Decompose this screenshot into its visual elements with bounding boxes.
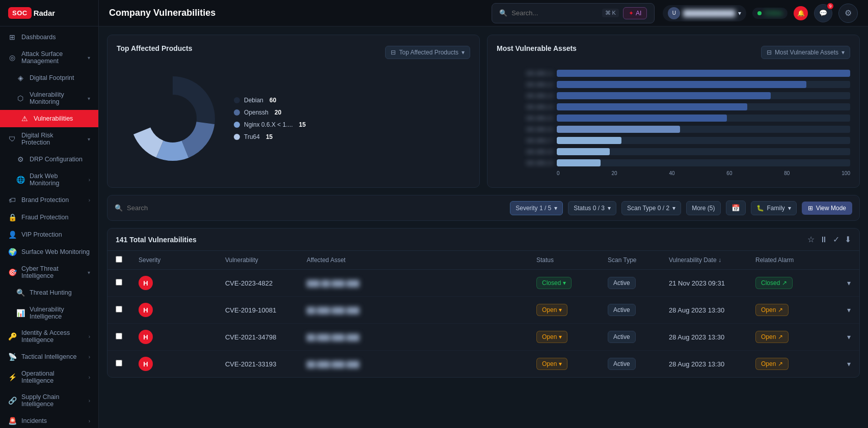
sidebar-item-drp-config[interactable]: ⚙ DRP Configuration (0, 151, 98, 168)
scan-type-active-1: Active (608, 277, 636, 289)
status-filter-btn[interactable]: Status 0 / 3 ▾ (568, 201, 616, 215)
row-4-checkbox-cell[interactable] (107, 351, 130, 378)
calendar-filter-btn[interactable]: 📅 (726, 201, 746, 215)
cve-link-1[interactable]: CVE-2023-4822 (225, 279, 273, 287)
status-pill-open-4[interactable]: Open ▾ (536, 358, 567, 370)
row-1-cve[interactable]: CVE-2023-4822 (217, 270, 299, 297)
settings-button[interactable]: ⚙ (838, 4, 858, 23)
sidebar-item-supply-chain[interactable]: 🔗 Supply Chain Intelligence › (0, 389, 98, 412)
online-status-dot (757, 11, 762, 15)
bar-track-9 (557, 159, 850, 166)
expand-btn-4[interactable]: ▾ (847, 360, 851, 368)
check-icon[interactable]: ✓ (833, 235, 839, 244)
more-filters-btn[interactable]: More (5) (686, 201, 720, 215)
status-pill-closed-1[interactable]: Closed ▾ (536, 277, 572, 289)
sidebar-label-vuln-monitoring: Vulnerability Monitoring (30, 91, 83, 105)
bar-fill-7 (557, 137, 621, 144)
sidebar-item-fraud-protection[interactable]: 🔒 Fraud Protection (0, 209, 98, 226)
bar-label-3: 192.168.1.3 (497, 93, 553, 99)
alarm-pill-closed-1[interactable]: Closed ↗ (755, 277, 793, 289)
search-input[interactable] (511, 9, 598, 17)
sidebar-item-operational[interactable]: ⚡ Operational Intelligence › (0, 365, 98, 389)
scan-type-active-4: Active (608, 358, 636, 370)
sidebar-item-tactical[interactable]: 📡 Tactical Intelligence › (0, 348, 98, 365)
search-bar[interactable]: 🔍 ⌘ K ✦ AI (492, 3, 655, 23)
pause-icon[interactable]: ⏸ (820, 235, 828, 244)
incidents-icon: 🚨 (8, 417, 16, 425)
row-4-scan-type: Active (600, 351, 661, 378)
export-icon[interactable]: ☆ (807, 235, 815, 244)
alarm-pill-open-3[interactable]: Open ↗ (755, 331, 789, 343)
sidebar-item-vuln-intel[interactable]: 📊 Vulnerability Intelligence (0, 301, 98, 325)
sidebar-item-attack-surface[interactable]: ◎ Attack Surface Management ▾ (0, 46, 98, 69)
bar-label-8: 192.168.1.8 (497, 149, 553, 155)
severity-col-header: Severity (130, 251, 217, 270)
row-3-cve[interactable]: CVE-2021-34798 (217, 324, 299, 351)
status-pill-open-3[interactable]: Open ▾ (536, 331, 567, 343)
row-4-checkbox[interactable] (116, 360, 122, 366)
select-all-header[interactable] (107, 251, 130, 270)
row-1-expand[interactable]: ▾ (839, 270, 859, 297)
sidebar-item-incidents[interactable]: 🚨 Incidents › (0, 412, 98, 428)
sidebar-item-surface-web[interactable]: 🌍 Surface Web Monitoring (0, 243, 98, 261)
most-vulnerable-filter-btn[interactable]: ⊟ Most Vulnerable Assets ▾ (761, 46, 850, 59)
row-3-checkbox[interactable] (116, 333, 122, 339)
view-mode-btn[interactable]: ⊞ View Mode (802, 202, 852, 215)
sidebar-item-dashboards[interactable]: ⊞ Dashboards (0, 28, 98, 46)
bar-label-6: 192.168.1.6 (497, 127, 553, 132)
row-4-cve[interactable]: CVE-2021-33193 (217, 351, 299, 378)
bar-label-1: 192.168.1.1 (497, 71, 553, 76)
alarm-pill-open-2[interactable]: Open ↗ (755, 304, 789, 316)
severity-filter-btn[interactable]: Severity 1 / 5 ▾ (510, 201, 563, 215)
cve-link-3[interactable]: CVE-2021-34798 (225, 333, 276, 341)
legend-label-openssh: Openssh (244, 109, 268, 116)
expand-btn-3[interactable]: ▾ (847, 333, 851, 341)
row-1-checkbox[interactable] (116, 279, 122, 286)
user-menu[interactable]: U ████████████ ▾ (663, 5, 746, 21)
row-2-expand[interactable]: ▾ (839, 297, 859, 324)
notification-button[interactable]: 🔔 (794, 6, 808, 20)
sidebar-item-iam[interactable]: 🔑 Identity & Access Intelligence › (0, 325, 98, 348)
table-row: H CVE-2021-34798 ██.███.███.███ Open ▾ A (107, 324, 859, 351)
sidebar-item-dark-web[interactable]: 🌐 Dark Web Monitoring › (0, 168, 98, 191)
top-affected-filter-btn[interactable]: ⊟ Top Affected Products ▾ (385, 46, 470, 59)
scan-type-filter-btn[interactable]: Scan Type 0 / 2 ▾ (621, 201, 681, 215)
sidebar-item-brand-protection[interactable]: 🏷 Brand Protection › (0, 191, 98, 209)
sidebar-item-vuln-monitoring[interactable]: ⬡ Vulnerability Monitoring ▾ (0, 87, 98, 110)
support-button[interactable]: 💬 9 (814, 4, 832, 22)
table-search-input[interactable] (127, 204, 505, 212)
row-3-expand[interactable]: ▾ (839, 324, 859, 351)
sidebar-item-threat-hunting[interactable]: 🔍 Threat Hunting (0, 284, 98, 301)
download-icon[interactable]: ⬇ (845, 235, 851, 244)
row-2-checkbox[interactable] (116, 306, 122, 312)
expand-btn-2[interactable]: ▾ (847, 306, 851, 314)
affected-asset-col-header: Affected Asset (299, 251, 528, 270)
cve-link-4[interactable]: CVE-2021-33193 (225, 360, 276, 368)
drp-config-icon: ⚙ (16, 155, 24, 163)
row-2-checkbox-cell[interactable] (107, 297, 130, 324)
sidebar-item-vulnerabilities[interactable]: ⚠ Vulnerabilities (0, 110, 98, 127)
row-4-expand[interactable]: ▾ (839, 351, 859, 378)
vulnerabilities-icon: ⚠ (20, 115, 29, 123)
most-vulnerable-filter-label: Most Vulnerable Assets (775, 49, 838, 56)
sidebar-item-drp[interactable]: 🛡 Digital Risk Protection ▾ (0, 127, 98, 151)
view-mode-label: View Mode (816, 205, 846, 212)
row-3-alarm: Open ↗ (747, 324, 839, 351)
sidebar-item-vip-protection[interactable]: 👤 VIP Protection (0, 226, 98, 243)
threat-hunting-icon: 🔍 (16, 289, 24, 297)
select-all-checkbox[interactable] (116, 256, 122, 263)
cve-link-2[interactable]: CVE-2019-10081 (225, 306, 276, 314)
sidebar-item-cti[interactable]: 🎯 Cyber Threat Intelligence ▾ (0, 261, 98, 284)
ai-button[interactable]: ✦ AI (623, 7, 647, 19)
row-2-cve[interactable]: CVE-2019-10081 (217, 297, 299, 324)
sidebar-item-digital-footprint[interactable]: ◈ Digital Footprint (0, 69, 98, 87)
row-1-checkbox-cell[interactable] (107, 270, 130, 297)
expand-btn-1[interactable]: ▾ (847, 279, 851, 287)
row-3-checkbox-cell[interactable] (107, 324, 130, 351)
status-pill-open-2[interactable]: Open ▾ (536, 304, 567, 316)
more-filters-label: More (5) (692, 205, 715, 212)
family-filter-btn[interactable]: 🐛 Family ▾ (751, 201, 797, 215)
bar-row-3: 192.168.1.3 (497, 92, 850, 99)
alarm-pill-open-4[interactable]: Open ↗ (755, 358, 789, 370)
table-search[interactable]: 🔍 (115, 204, 505, 212)
